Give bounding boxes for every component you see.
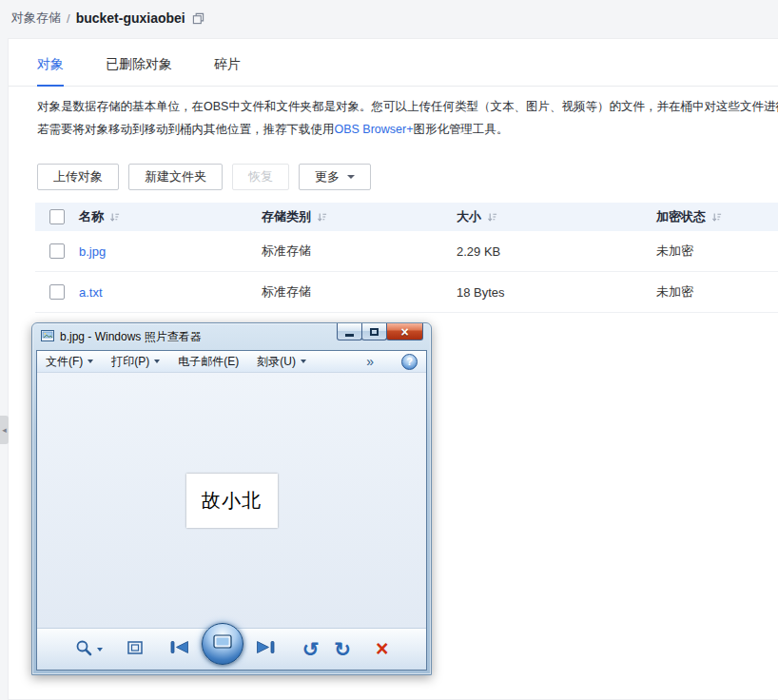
encryption-cell: 未加密 (656, 243, 778, 260)
row-checkbox[interactable] (49, 284, 65, 300)
upload-object-button[interactable]: 上传对象 (37, 164, 119, 190)
menu-file[interactable]: 文件(F) (46, 354, 93, 370)
encryption-cell: 未加密 (656, 283, 778, 301)
actual-size-icon (127, 641, 143, 658)
zoom-button[interactable] (75, 639, 103, 660)
photo-viewer-app-icon (41, 329, 54, 345)
menu-file-label: 文件(F) (46, 354, 83, 370)
tab-objects[interactable]: 对象 (37, 56, 64, 86)
breadcrumb-separator: / (67, 11, 70, 26)
maximize-icon (370, 328, 379, 336)
photo-viewer-client-area: 文件(F) 打印(P) 电子邮件(E) 刻录(U) » ? 故小北 (36, 350, 427, 671)
rotate-left-button[interactable]: ↺ (302, 639, 320, 659)
actual-size-button[interactable] (127, 641, 143, 658)
window-controls: × (338, 323, 423, 340)
chevron-down-icon (154, 360, 160, 363)
chevron-down-icon (88, 360, 93, 363)
sort-icon[interactable] (711, 212, 722, 223)
header-size: 大小 (457, 208, 481, 225)
close-button[interactable]: × (386, 323, 423, 340)
slideshow-icon (213, 634, 232, 653)
photo-viewer-toolbar: ↺ ↻ × (37, 628, 426, 670)
more-button-label: 更多 (315, 168, 340, 185)
magnifier-icon (75, 639, 93, 660)
panel-collapse-handle[interactable]: ◂ (0, 416, 9, 444)
storage-class-cell: 标准存储 (262, 243, 457, 260)
photo-image: 故小北 (186, 474, 278, 528)
copy-icon[interactable] (192, 12, 204, 25)
collapse-arrow-icon: ◂ (2, 425, 7, 435)
next-icon (255, 640, 276, 658)
menu-email[interactable]: 电子邮件(E) (178, 354, 239, 370)
photo-viewer-window: b.jpg - Windows 照片查看器 × 文件(F) 打印(P) 电子邮件… (31, 322, 432, 675)
header-storage-class: 存储类别 (262, 208, 311, 225)
sort-icon[interactable] (109, 212, 120, 223)
object-name-link[interactable]: b.jpg (79, 244, 106, 259)
previous-icon (169, 640, 190, 658)
breadcrumb: 对象存储 / bucket-guxiaobei (0, 0, 778, 36)
storage-class-cell: 标准存储 (262, 283, 457, 301)
tab-fragments[interactable]: 碎片 (214, 56, 241, 86)
chevron-down-icon (301, 360, 306, 363)
window-title: b.jpg - Windows 照片查看器 (60, 329, 297, 345)
row-checkbox[interactable] (49, 243, 65, 259)
description: 对象是数据存储的基本单位，在OBS中文件和文件夹都是对象。您可以上传任何类型（文… (37, 95, 778, 141)
size-cell: 2.29 KB (457, 244, 656, 259)
menu-burn-label: 刻录(U) (257, 354, 296, 370)
more-button[interactable]: 更多 (299, 164, 371, 190)
objects-table: 名称 存储类别 大小 加密状态 b.jpg 标 (35, 203, 778, 313)
help-button[interactable]: ? (401, 354, 418, 370)
previous-button[interactable] (169, 640, 190, 658)
table-row: a.txt 标准存储 18 Bytes 未加密 (35, 272, 778, 313)
slideshow-button[interactable] (202, 623, 243, 665)
minimize-button[interactable] (337, 323, 362, 340)
chevron-down-icon (97, 648, 103, 651)
minimize-icon (345, 334, 354, 337)
menu-burn[interactable]: 刻录(U) (257, 354, 306, 370)
select-all-checkbox[interactable] (49, 209, 65, 224)
header-name: 名称 (79, 208, 104, 225)
description-line2-prefix: 若需要将对象移动到移动到桶内其他位置，推荐下载使用 (37, 123, 335, 136)
chevron-down-icon (347, 175, 355, 179)
menu-print-label: 打印(P) (111, 354, 149, 370)
description-line1: 对象是数据存储的基本单位，在OBS中文件和文件夹都是对象。您可以上传任何类型（文… (37, 95, 778, 118)
page: 对象存储 / bucket-guxiaobei 对象 已删除对象 碎片 对象是数… (0, 0, 778, 700)
menu-print[interactable]: 打印(P) (111, 354, 160, 370)
sort-icon[interactable] (317, 212, 327, 223)
description-line2: 若需要将对象移动到移动到桶内其他位置，推荐下载使用OBS Browser+图形化… (37, 118, 778, 141)
next-button[interactable] (255, 640, 276, 658)
size-cell: 18 Bytes (457, 285, 656, 300)
delete-button[interactable]: × (376, 638, 388, 660)
table-row: b.jpg 标准存储 2.29 KB 未加密 (35, 231, 778, 272)
breadcrumb-bucket-name: bucket-guxiaobei (76, 10, 185, 26)
menu-overflow-chevron[interactable]: » (366, 354, 374, 369)
action-button-row: 上传对象 新建文件夹 恢复 更多 (37, 164, 778, 190)
menu-email-label: 电子邮件(E) (178, 354, 239, 370)
tab-deleted-objects[interactable]: 已删除对象 (106, 56, 172, 86)
breadcrumb-section-link[interactable]: 对象存储 (11, 10, 61, 27)
table-header-row: 名称 存储类别 大小 加密状态 (35, 203, 778, 231)
header-encryption: 加密状态 (656, 208, 706, 225)
photo-viewer-menubar: 文件(F) 打印(P) 电子邮件(E) 刻录(U) » ? (37, 351, 426, 373)
rotate-right-button[interactable]: ↻ (334, 639, 351, 659)
photo-viewer-canvas: 故小北 (37, 373, 426, 628)
tab-bar: 对象 已删除对象 碎片 (9, 39, 778, 87)
sort-icon[interactable] (487, 212, 497, 223)
maximize-button[interactable] (361, 323, 387, 340)
obs-browser-link[interactable]: OBS Browser+ (335, 123, 414, 136)
object-name-link[interactable]: a.txt (79, 285, 103, 300)
description-line2-suffix: 图形化管理工具。 (414, 123, 509, 136)
restore-button[interactable]: 恢复 (232, 164, 289, 190)
new-folder-button[interactable]: 新建文件夹 (128, 164, 223, 190)
